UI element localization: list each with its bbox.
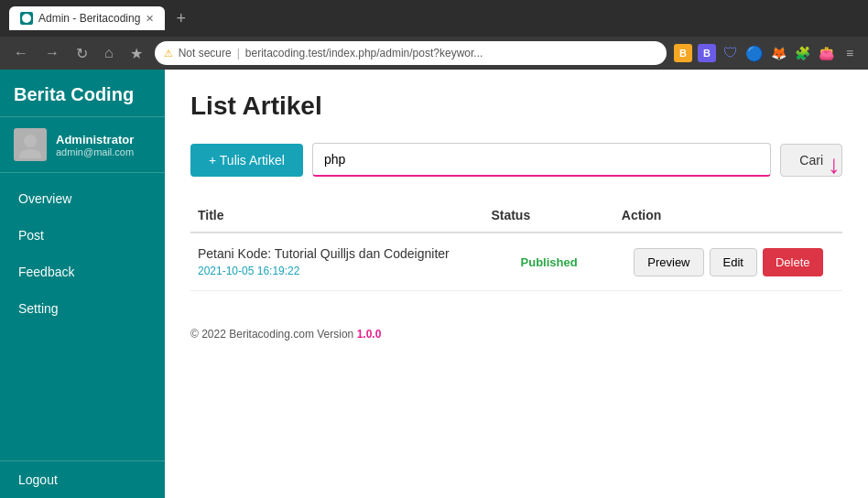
col-header-title: Title — [190, 199, 483, 233]
col-header-action: Action — [614, 199, 842, 233]
footer-text: © 2022 Beritacoding.com Version — [190, 328, 357, 341]
security-warning-icon: ⚠ — [164, 48, 173, 60]
main-footer: © 2022 Beritacoding.com Version 1.0.0 — [190, 328, 842, 341]
not-secure-label: Not secure — [179, 47, 232, 60]
edit-button[interactable]: Edit — [710, 248, 757, 276]
bookmark-button[interactable]: ★ — [125, 43, 147, 64]
forward-button[interactable]: → — [40, 43, 64, 63]
search-input[interactable] — [312, 143, 771, 177]
extension-icon-1[interactable]: 🔵 — [745, 44, 764, 62]
col-header-status: Status — [483, 199, 613, 233]
extension-icon-2[interactable]: 🦊 — [769, 44, 787, 62]
tab-title: Admin - Beritacoding — [38, 12, 140, 25]
table-cell-title: Petani Kode: Tutorial Quilljs dan Codeig… — [190, 233, 483, 291]
table-row: Petani Kode: Tutorial Quilljs dan Codeig… — [190, 233, 842, 291]
delete-button[interactable]: Delete — [763, 248, 823, 276]
avatar-image — [14, 128, 47, 161]
sidebar-email: admin@mail.com — [56, 146, 134, 157]
svg-point-0 — [22, 14, 31, 23]
home-button[interactable]: ⌂ — [100, 43, 118, 63]
table-cell-action: Preview Edit Delete — [614, 233, 842, 291]
article-title: Petani Kode: Tutorial Quilljs dan Codeig… — [198, 246, 476, 261]
sidebar-user-info: Administrator admin@mail.com — [56, 133, 134, 157]
sidebar: Berita Coding Administrator admin@mail.c… — [0, 70, 165, 498]
write-article-button[interactable]: + Tulis Artikel — [190, 144, 303, 177]
down-arrow-icon: ↓ — [828, 150, 841, 179]
sidebar-brand: Berita Coding — [0, 70, 165, 117]
page-title: List Artikel — [190, 92, 842, 121]
person-icon — [16, 131, 44, 158]
sidebar-navigation: Overview Post Feedback Setting — [0, 173, 165, 460]
address-text: beritacoding.test/index.php/admin/post?k… — [245, 47, 483, 60]
back-button[interactable]: ← — [9, 43, 33, 63]
svg-point-1 — [24, 135, 37, 147]
logout-button[interactable]: Logout — [0, 460, 165, 498]
toolbar: + Tulis Artikel Cari — [190, 143, 842, 177]
table-header-row: Title Status Action — [190, 199, 842, 233]
address-bar[interactable]: ⚠ Not secure | beritacoding.test/index.p… — [155, 41, 667, 65]
sidebar-user-section: Administrator admin@mail.com — [0, 117, 165, 173]
main-content: List Artikel ↓ + Tulis Artikel Cari Titl… — [165, 70, 868, 498]
arrow-indicator: ↓ — [828, 150, 841, 179]
app-layout: Berita Coding Administrator admin@mail.c… — [0, 70, 868, 498]
active-tab[interactable]: Admin - Beritacoding ✕ — [9, 6, 165, 30]
sidebar-item-post[interactable]: Post — [0, 217, 165, 254]
reload-button[interactable]: ↻ — [71, 43, 92, 64]
new-tab-button[interactable]: + — [176, 9, 186, 28]
article-date: 2021-10-05 16:19:22 — [198, 265, 476, 277]
footer-version: 1.0.0 — [357, 328, 382, 341]
svg-point-2 — [19, 149, 41, 158]
sidebar-item-overview[interactable]: Overview — [0, 180, 165, 217]
brave-rewards-icon[interactable]: B — [698, 44, 716, 62]
brave-shield-icon[interactable]: B — [674, 44, 692, 62]
vpn-icon[interactable]: 🛡 — [722, 44, 740, 62]
tab-favicon — [20, 12, 33, 25]
preview-button[interactable]: Preview — [634, 248, 703, 276]
address-separator: | — [237, 47, 240, 60]
browser-extension-icons: B B 🛡 🔵 🦊 🧩 👛 ≡ — [674, 44, 859, 62]
sidebar-item-feedback[interactable]: Feedback — [0, 254, 165, 290]
avatar — [14, 128, 47, 161]
sidebar-username: Administrator — [56, 133, 134, 146]
tab-close-button[interactable]: ✕ — [146, 13, 154, 25]
sidebar-item-setting[interactable]: Setting — [0, 290, 165, 327]
article-table: Title Status Action Petani Kode: Tutoria… — [190, 199, 842, 291]
wallet-icon[interactable]: 👛 — [817, 44, 835, 62]
table-cell-status: Published — [483, 233, 613, 291]
menu-icon[interactable]: ≡ — [841, 44, 859, 62]
status-badge: Published — [521, 255, 578, 269]
browser-tab-bar: Admin - Beritacoding ✕ + — [0, 0, 868, 37]
extensions-icon[interactable]: 🧩 — [793, 44, 811, 62]
browser-controls: ← → ↻ ⌂ ★ ⚠ Not secure | beritacoding.te… — [0, 37, 868, 70]
action-buttons: Preview Edit Delete — [622, 248, 835, 276]
